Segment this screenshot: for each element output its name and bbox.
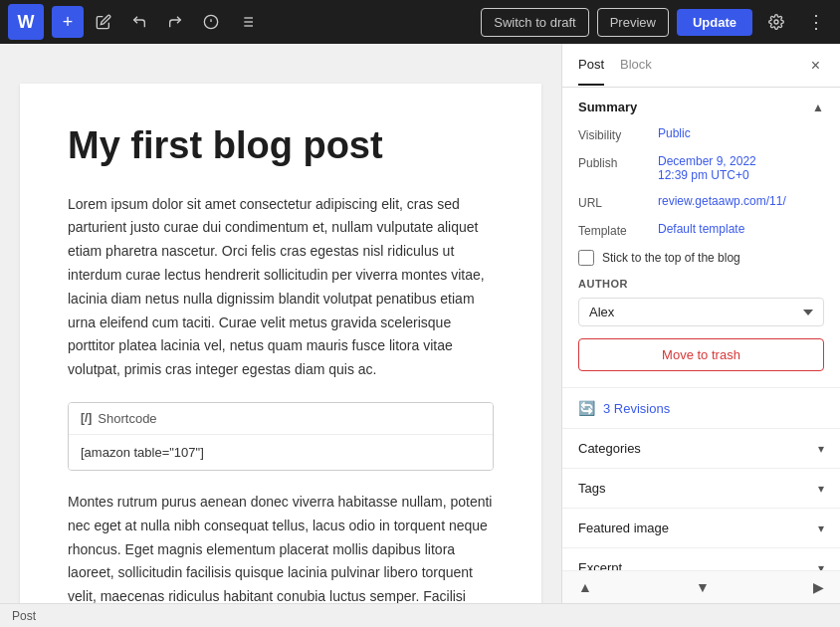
shortcode-header: [/] Shortcode (69, 403, 493, 435)
status-bar: Post (0, 603, 840, 627)
preview-button[interactable]: Preview (597, 8, 669, 37)
more-options-button[interactable]: ⋮ (800, 6, 832, 38)
post-title[interactable]: My first blog post (68, 123, 494, 169)
author-select[interactable]: Alex (578, 298, 824, 326)
visibility-value[interactable]: Public (658, 126, 824, 140)
undo-button[interactable] (123, 6, 155, 38)
publish-value[interactable]: December 9, 2022 12:39 pm UTC+0 (658, 154, 824, 182)
categories-section: Categories ▾ (562, 429, 840, 469)
categories-chevron-icon: ▾ (818, 442, 824, 456)
excerpt-section: Excerpt ▾ (562, 548, 840, 570)
template-label: Template (578, 222, 650, 238)
sidebar: Post Block × Summary ▲ Visibility Public (561, 44, 840, 603)
categories-title: Categories (578, 441, 641, 456)
template-value[interactable]: Default template (658, 222, 824, 236)
sidebar-header: Post Block × (562, 44, 840, 88)
publish-row: Publish December 9, 2022 12:39 pm UTC+0 (578, 154, 824, 182)
wp-logo[interactable]: W (8, 4, 44, 40)
categories-header[interactable]: Categories ▾ (562, 429, 840, 468)
sidebar-nav-arrows: ▲ ▼ ▶ (562, 570, 840, 603)
paragraph-1[interactable]: Lorem ipsum dolor sit amet consectetur a… (68, 193, 494, 382)
settings-button[interactable] (760, 6, 792, 38)
featured-image-section: Featured image ▾ (562, 509, 840, 548)
featured-image-chevron-icon: ▾ (818, 522, 824, 535)
summary-section: Summary ▲ Visibility Public Publish Dece… (562, 88, 840, 388)
move-to-trash-button[interactable]: Move to trash (578, 338, 824, 371)
add-block-button[interactable]: + (52, 6, 84, 38)
excerpt-header[interactable]: Excerpt ▾ (562, 548, 840, 570)
excerpt-chevron-icon: ▾ (818, 561, 824, 571)
tags-section: Tags ▾ (562, 469, 840, 509)
toolbar-left: W + (8, 4, 477, 40)
sidebar-nav-down-button[interactable]: ▼ (688, 575, 718, 599)
revisions-text: 3 Revisions (603, 401, 670, 416)
list-view-button[interactable] (231, 6, 263, 38)
featured-image-header[interactable]: Featured image ▾ (562, 509, 840, 547)
summary-section-header[interactable]: Summary ▲ (562, 88, 840, 126)
url-row: URL review.getaawp.com/11/ (578, 194, 824, 210)
author-section-label: AUTHOR (578, 278, 824, 290)
sidebar-body: Summary ▲ Visibility Public Publish Dece… (562, 88, 840, 570)
update-button[interactable]: Update (677, 9, 752, 36)
shortcode-label: Shortcode (98, 411, 156, 426)
tags-header[interactable]: Tags ▾ (562, 469, 840, 508)
sidebar-nav-up-button[interactable]: ▲ (570, 575, 600, 599)
template-row: Template Default template (578, 222, 824, 238)
svg-point-9 (774, 20, 778, 24)
sidebar-nav-right-button[interactable]: ▶ (805, 575, 832, 599)
redo-button[interactable] (159, 6, 191, 38)
sidebar-close-button[interactable]: × (807, 53, 824, 79)
sidebar-tabs: Post Block (578, 45, 807, 86)
paragraph-2[interactable]: Montes rutrum purus aenean donec viverra… (68, 491, 494, 603)
edit-icon-button[interactable] (88, 6, 119, 38)
tags-title: Tags (578, 481, 605, 496)
url-label: URL (578, 194, 650, 210)
info-button[interactable] (195, 6, 227, 38)
main-area: My first blog post Lorem ipsum dolor sit… (0, 44, 840, 603)
sticky-label: Stick to the top of the blog (602, 251, 740, 265)
switch-to-draft-button[interactable]: Switch to draft (481, 8, 588, 37)
publish-label: Publish (578, 154, 650, 170)
summary-chevron-icon: ▲ (812, 101, 824, 114)
featured-image-title: Featured image (578, 521, 669, 535)
status-label: Post (12, 609, 36, 623)
visibility-label: Visibility (578, 126, 650, 142)
url-value[interactable]: review.getaawp.com/11/ (658, 194, 824, 208)
editor-area: My first blog post Lorem ipsum dolor sit… (0, 44, 561, 603)
tab-block[interactable]: Block (620, 45, 652, 86)
editor-content: My first blog post Lorem ipsum dolor sit… (20, 84, 541, 603)
tags-chevron-icon: ▾ (818, 482, 824, 496)
shortcode-input[interactable] (69, 435, 493, 470)
toolbar: W + Switch to draft Preview Update ⋮ (0, 0, 840, 44)
sticky-checkbox[interactable] (578, 250, 594, 266)
sticky-row: Stick to the top of the blog (578, 250, 824, 266)
shortcode-icon: [/] (81, 411, 92, 425)
revisions-icon: 🔄 (578, 400, 595, 416)
excerpt-title: Excerpt (578, 560, 622, 570)
toolbar-right: Switch to draft Preview Update ⋮ (481, 6, 832, 38)
visibility-row: Visibility Public (578, 126, 824, 142)
tab-post[interactable]: Post (578, 45, 604, 86)
summary-title: Summary (578, 100, 637, 114)
shortcode-block: [/] Shortcode (68, 402, 494, 471)
summary-content: Visibility Public Publish December 9, 20… (562, 126, 840, 387)
revisions-section[interactable]: 🔄 3 Revisions (562, 388, 840, 429)
